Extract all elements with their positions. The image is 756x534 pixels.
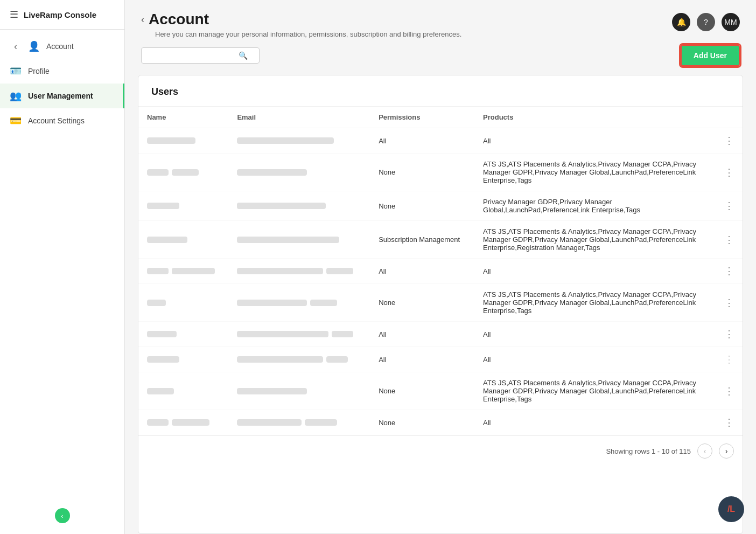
table-row: NoneATS JS,ATS Placements & Analytics,Pr… — [138, 284, 743, 322]
account-icon: 👤 — [28, 40, 40, 52]
cell-more: ⋮ — [714, 154, 743, 191]
cell-permissions: All — [370, 347, 474, 372]
more-options-button[interactable]: ⋮ — [723, 297, 734, 309]
cell-name — [138, 154, 228, 191]
cell-email — [228, 191, 370, 221]
topbar: ‹ Account Here you can manage your perso… — [125, 0, 756, 45]
fab-label: /L — [727, 504, 735, 514]
cell-more: ⋮ — [714, 221, 743, 259]
cell-products: ATS JS,ATS Placements & Analytics,Privac… — [474, 154, 714, 191]
help-button[interactable]: ? — [697, 13, 715, 31]
cell-more: ⋮ — [714, 322, 743, 347]
cell-email — [228, 259, 370, 284]
pagination-row: Showing rows 1 - 10 of 115 ‹ › — [138, 435, 743, 466]
col-header-email: Email — [228, 107, 370, 128]
cell-email — [228, 284, 370, 322]
cell-permissions: All — [370, 128, 474, 154]
table-row: NoneATS JS,ATS Placements & Analytics,Pr… — [138, 154, 743, 191]
cell-more: ⋮ — [714, 284, 743, 322]
page-title: Account — [149, 11, 209, 28]
cell-name — [138, 410, 228, 435]
fab-button[interactable]: /L — [718, 496, 744, 522]
avatar-initials: MM — [724, 18, 737, 26]
table-row: AllAll⋮ — [138, 322, 743, 347]
cell-permissions: None — [370, 284, 474, 322]
search-input[interactable] — [147, 52, 239, 60]
cell-email — [228, 372, 370, 410]
cell-name — [138, 322, 228, 347]
cell-email — [228, 347, 370, 372]
more-options-button[interactable]: ⋮ — [723, 200, 734, 212]
cell-more: ⋮ — [714, 372, 743, 410]
sidebar-item-label-account-settings: Account Settings — [28, 116, 85, 125]
cell-name — [138, 259, 228, 284]
table-row: NoneAll⋮ — [138, 410, 743, 435]
table-row: NoneATS JS,ATS Placements & Analytics,Pr… — [138, 372, 743, 410]
more-options-button[interactable]: ⋮ — [723, 265, 734, 277]
users-table: Name Email Permissions Products AllAll⋮N… — [138, 107, 743, 435]
profile-icon: 🪪 — [10, 65, 22, 77]
cell-email — [228, 322, 370, 347]
sidebar-item-user-management[interactable]: 👥 User Management — [0, 84, 124, 108]
sidebar-item-account-settings[interactable]: 💳 Account Settings — [0, 108, 124, 133]
table-row: NonePrivacy Manager GDPR,Privacy Manager… — [138, 191, 743, 221]
cell-email — [228, 410, 370, 435]
cell-permissions: None — [370, 372, 474, 410]
pagination-prev-button[interactable]: ‹ — [697, 443, 712, 459]
cell-more: ⋮ — [714, 191, 743, 221]
topbar-right: 🔔 ? MM — [672, 13, 740, 31]
cell-permissions: Subscription Management — [370, 221, 474, 259]
app-title: LiveRamp Console — [24, 10, 96, 19]
more-options-button[interactable]: ⋮ — [723, 385, 734, 397]
col-header-name: Name — [138, 107, 228, 128]
avatar-button[interactable]: MM — [722, 13, 740, 31]
sidebar-item-account[interactable]: ‹ 👤 Account — [0, 34, 124, 59]
more-options-button[interactable]: ⋮ — [723, 135, 734, 147]
cell-products: All — [474, 410, 714, 435]
notification-button[interactable]: 🔔 — [672, 13, 690, 31]
more-options-button[interactable]: ⋮ — [723, 167, 734, 178]
sidebar-item-label-user-management: User Management — [28, 92, 93, 100]
cell-products: ATS JS,ATS Placements & Analytics,Privac… — [474, 221, 714, 259]
table-row: AllAll⋮ — [138, 347, 743, 372]
cell-permissions: None — [370, 410, 474, 435]
topbar-left: ‹ Account Here you can manage your perso… — [141, 11, 672, 38]
table-row: Subscription ManagementATS JS,ATS Placem… — [138, 221, 743, 259]
back-button[interactable]: ‹ — [141, 14, 144, 25]
cell-products: All — [474, 259, 714, 284]
cell-products: ATS JS,ATS Placements & Analytics,Privac… — [474, 372, 714, 410]
cell-products: All — [474, 322, 714, 347]
table-row: AllAll⋮ — [138, 259, 743, 284]
more-options-button[interactable]: ⋮ — [723, 417, 734, 428]
more-options-button[interactable]: ⋮ — [723, 353, 734, 365]
cell-products: Privacy Manager GDPR,Privacy Manager Glo… — [474, 191, 714, 221]
cell-email — [228, 221, 370, 259]
cell-name — [138, 372, 228, 410]
cell-more: ⋮ — [714, 410, 743, 435]
main-content: ‹ Account Here you can manage your perso… — [125, 0, 756, 534]
pagination-text: Showing rows 1 - 10 of 115 — [606, 447, 691, 455]
back-icon: ‹ — [10, 41, 22, 52]
sidebar-nav: ‹ 👤 Account 🪪 Profile 👥 User Management … — [0, 30, 124, 137]
col-header-products: Products — [474, 107, 714, 128]
menu-icon[interactable]: ☰ — [10, 9, 18, 20]
cell-permissions: All — [370, 259, 474, 284]
cell-products: All — [474, 347, 714, 372]
users-card: Users Name Email Permissions Products Al… — [138, 75, 743, 534]
cell-email — [228, 128, 370, 154]
add-user-button[interactable]: Add User — [681, 45, 740, 66]
cell-more: ⋮ — [714, 128, 743, 154]
pagination-next-button[interactable]: › — [719, 443, 734, 459]
notification-icon: 🔔 — [677, 18, 686, 26]
cell-name — [138, 191, 228, 221]
sidebar-item-label-account: Account — [46, 42, 74, 51]
cell-permissions: All — [370, 322, 474, 347]
cell-more: ⋮ — [714, 259, 743, 284]
col-header-permissions: Permissions — [370, 107, 474, 128]
sidebar-collapse-button[interactable]: ‹ — [55, 508, 70, 523]
table-row: AllAll⋮ — [138, 128, 743, 154]
more-options-button[interactable]: ⋮ — [723, 328, 734, 340]
page-subtitle: Here you can manage your personal inform… — [155, 30, 672, 38]
more-options-button[interactable]: ⋮ — [723, 234, 734, 246]
sidebar-item-profile[interactable]: 🪪 Profile — [0, 59, 124, 84]
